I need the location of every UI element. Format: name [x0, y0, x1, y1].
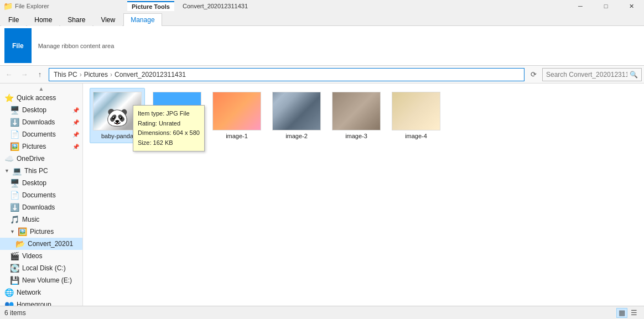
thumb-image1 [212, 92, 261, 130]
scroll-up-button[interactable]: ▲ [0, 86, 82, 92]
sidebar-item-documents-pc[interactable]: 📄 Documents [0, 189, 82, 201]
sidebar-item-network[interactable]: 🌐 Network [0, 286, 82, 299]
sidebar-item-label: Desktop [22, 179, 46, 187]
desktop-icon: 🖥️ [10, 179, 19, 187]
downloads-icon: ⬇️ [10, 118, 19, 127]
sidebar-item-label: This PC [24, 167, 48, 175]
sidebar-item-downloads-qa[interactable]: ⬇️ Downloads 📌 [0, 116, 82, 128]
search-input[interactable] [546, 71, 627, 79]
sidebar-item-homegroup[interactable]: 👥 Homegroup [0, 299, 82, 306]
main-layout: ▲ ⭐ Quick access 🖥️ Desktop 📌 ⬇️ Downloa… [0, 83, 644, 306]
address-bar: ← → ↑ This PC › Pictures › Convert_20201… [0, 66, 644, 83]
file-item-bali[interactable]: bali [149, 88, 205, 143]
computer-icon: 💻 [12, 166, 22, 175]
sidebar-item-label: Documents [22, 191, 56, 199]
file-item-image1[interactable]: image-1 [209, 88, 264, 143]
star-icon: ⭐ [4, 93, 14, 102]
sidebar-item-label: Downloads [22, 118, 55, 126]
sidebar-item-desktop-pc[interactable]: 🖥️ Desktop [0, 177, 82, 189]
thumb-image4 [392, 92, 440, 130]
folder-open-icon: 📂 [15, 239, 25, 248]
videos-icon: 🎬 [10, 252, 19, 260]
sidebar-item-label: Quick access [17, 94, 56, 102]
item-count: 6 items [4, 309, 26, 317]
forward-button[interactable]: → [18, 68, 31, 81]
window-controls: ─ □ ✕ [568, 0, 644, 12]
breadcrumb-thispc[interactable]: This PC [54, 71, 77, 79]
tab-home[interactable]: Home [27, 13, 59, 26]
sep2: › [110, 71, 112, 79]
desktop-icon: 🖥️ [10, 106, 19, 114]
refresh-button[interactable]: ⟳ [527, 68, 540, 81]
sidebar-item-thispc[interactable]: ▼ 💻 This PC [0, 165, 82, 177]
list-view-button[interactable]: ☰ [629, 308, 640, 318]
file-item-image3[interactable]: image-3 [329, 88, 384, 143]
sidebar-item-label: New Volume (E:) [22, 276, 72, 284]
thumb-baby-panda [93, 92, 142, 130]
file-name-image4: image-4 [405, 133, 427, 139]
pin-icon: 📌 [72, 132, 79, 138]
sidebar-item-label: Homegroup [17, 301, 51, 306]
close-button[interactable]: ✕ [619, 0, 644, 12]
sidebar-item-label: Videos [22, 252, 42, 260]
disk-icon: 💽 [10, 264, 19, 273]
file-name-image1: image-1 [226, 133, 248, 139]
sidebar-item-onedrive[interactable]: ☁️ OneDrive [0, 153, 82, 165]
sidebar: ▲ ⭐ Quick access 🖥️ Desktop 📌 ⬇️ Downloa… [0, 83, 83, 306]
pictures-icon: 🖼️ [10, 142, 19, 151]
title-path-label: Convert_202012311431 [183, 3, 248, 9]
breadcrumb: This PC › Pictures › Convert_20201231143… [54, 71, 186, 79]
sep1: › [80, 71, 82, 79]
volume-icon: 💾 [10, 276, 19, 285]
tab-manage[interactable]: Manage [123, 13, 162, 26]
address-input[interactable]: This PC › Pictures › Convert_20201231143… [49, 68, 524, 81]
sidebar-item-label: Convert_20201 [28, 240, 73, 248]
sidebar-item-label: Desktop [22, 106, 46, 114]
file-item-image4[interactable]: image-4 [388, 88, 444, 143]
homegroup-icon: 👥 [4, 300, 14, 306]
pictures-folder-icon: 🖼️ [18, 227, 27, 236]
breadcrumb-pictures[interactable]: Pictures [84, 71, 108, 79]
back-button[interactable]: ← [2, 68, 15, 81]
minimize-button[interactable]: ─ [568, 0, 593, 12]
sidebar-item-convert-folder[interactable]: 📂 Convert_20201 [0, 238, 82, 250]
sidebar-item-label: Pictures [22, 143, 46, 150]
music-icon: 🎵 [10, 215, 19, 224]
documents-icon: 📄 [10, 191, 19, 200]
sidebar-item-documents-qa[interactable]: 📄 Documents 📌 [0, 128, 82, 140]
view-buttons: ▦ ☰ [616, 308, 640, 318]
sidebar-item-desktop-qa[interactable]: 🖥️ Desktop 📌 [0, 104, 82, 116]
ribbon-content: File Manage ribbon content area [0, 26, 644, 66]
tab-view[interactable]: View [94, 13, 122, 26]
sidebar-item-pictures-pc[interactable]: ▼ 🖼️ Pictures [0, 226, 82, 238]
file-name-baby-panda: baby-panda [101, 133, 133, 139]
documents-icon: 📄 [10, 130, 19, 139]
sidebar-item-videos[interactable]: 🎬 Videos [0, 250, 82, 262]
file-name-bali: bali [172, 133, 181, 139]
search-box[interactable]: 🔍 [542, 68, 642, 81]
maximize-button[interactable]: □ [593, 0, 619, 12]
search-icon: 🔍 [630, 71, 638, 79]
sidebar-item-pictures-qa[interactable]: 🖼️ Pictures 📌 [0, 140, 82, 153]
thumb-image3 [332, 92, 381, 130]
file-item-image2[interactable]: image-2 [269, 88, 324, 143]
breadcrumb-folder[interactable]: Convert_202012311431 [115, 71, 186, 79]
status-bar: 6 items ▦ ☰ [0, 306, 644, 319]
sidebar-item-downloads-pc[interactable]: ⬇️ Downloads [0, 201, 82, 213]
downloads-icon: ⬇️ [10, 203, 19, 212]
file-grid: baby-panda bali image-1 image-2 image-3 [90, 88, 637, 143]
tab-file[interactable]: File [1, 13, 26, 26]
grid-view-button[interactable]: ▦ [616, 308, 627, 318]
file-name-image3: image-3 [345, 133, 367, 139]
file-tab-button[interactable]: File [4, 28, 32, 63]
sidebar-item-label: Documents [22, 130, 56, 138]
tab-share[interactable]: Share [60, 13, 92, 26]
ribbon-tabs: File Home Share View Manage [0, 12, 644, 26]
up-button[interactable]: ↑ [33, 68, 46, 81]
sidebar-item-quick-access[interactable]: ⭐ Quick access [0, 92, 82, 104]
sidebar-item-new-volume[interactable]: 💾 New Volume (E:) [0, 274, 82, 286]
sidebar-item-local-disk[interactable]: 💽 Local Disk (C:) [0, 262, 82, 274]
sidebar-item-music[interactable]: 🎵 Music [0, 213, 82, 226]
sidebar-item-label: Network [17, 289, 41, 296]
file-item-baby-panda[interactable]: baby-panda [90, 88, 145, 143]
